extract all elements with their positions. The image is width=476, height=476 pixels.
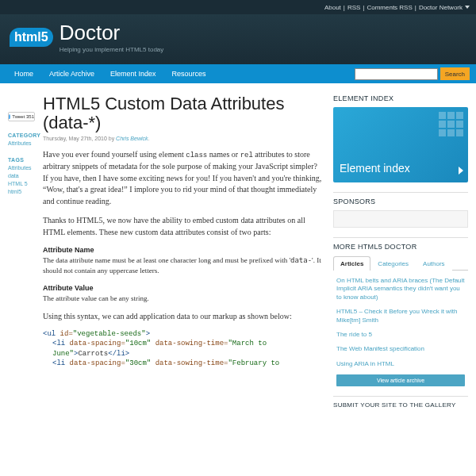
article-paragraph: Using this syntax, we can add applicatio… [43,311,324,323]
sidebar-article-link[interactable]: Using ARIA in HTML [336,360,465,368]
tab-articles[interactable]: Articles [333,256,370,271]
inline-code: data- [290,256,312,264]
site-tagline: Helping you implement HTML5 today [60,46,164,53]
topbar-link-doctor-network[interactable]: Doctor Network [419,4,463,11]
tag-link[interactable]: data [8,173,36,178]
category-link[interactable]: Attributes [8,140,36,146]
tag-link[interactable]: html5 [8,189,36,194]
code-block: <ul id="vegetable-seeds"> <li data-spaci… [43,329,324,369]
sidebar-article-link[interactable]: On HTML belts and ARIA braces (The Defau… [336,277,465,301]
sidebar: ELEMENT INDEX Element index SPONSORS MOR… [333,94,468,409]
article-title: HTML5 Custom Data Attributes (data-*) [43,94,324,132]
article-paragraph: Have you ever found yourself using eleme… [43,149,324,207]
element-index-label: Element index [340,162,410,175]
category-heading: CATEGORY [8,132,36,138]
article-meta: Thursday, May 27th, 2010 by Chris Bewick… [43,136,324,141]
nav-article-archive[interactable]: Article Archive [41,70,102,78]
sidebar-article-link[interactable]: The Web Manifest specification [336,345,465,353]
article-content: HTML5 Custom Data Attributes (data-*) Th… [36,94,333,409]
sidebar-article-link[interactable]: HTML5 – Check it Before you Wreck it wit… [336,308,465,324]
logo-badge: html5 [10,28,53,47]
site-header: html5 Doctor Helping you implement HTML5… [0,14,476,64]
search-button[interactable]: Search [440,67,470,80]
tweet-label: Tweet [12,114,25,119]
topbar-link-comments-rss[interactable]: Comments RSS [367,4,412,11]
inline-code: rel [240,152,253,159]
inline-code: class [186,152,207,159]
top-bar: About| RSS| Comments RSS| Doctor Network [0,0,476,14]
twitter-bird-icon [9,114,10,119]
attr-name-heading: Attribute Name [43,246,324,254]
tab-categories[interactable]: Categories [370,256,416,271]
left-rail: Tweet 351 CATEGORY Attributes TAGS Attri… [8,94,36,409]
chevron-down-icon [465,6,470,9]
sponsor-box [333,210,468,228]
arrow-right-icon [459,167,463,175]
article-paragraph: The data attribute name must be at least… [43,255,324,275]
sidebar-heading-gallery: SUBMIT YOUR SITE TO THE GALLERY [333,396,468,409]
site-brand: Doctor [60,21,164,45]
tab-authors[interactable]: Authors [416,256,452,271]
sidebar-heading-sponsors: SPONSORS [333,192,468,205]
nav-resources[interactable]: Resources [164,70,214,78]
tweet-count: 351 [26,114,34,119]
nav-home[interactable]: Home [6,70,41,78]
tag-link[interactable]: Attributes [8,165,36,171]
tag-link[interactable]: HTML 5 [8,181,36,186]
tweet-button[interactable]: Tweet 351 [8,112,35,121]
topbar-link-rss[interactable]: RSS [347,4,360,11]
search-form: Search [355,67,470,80]
sidebar-article-list: On HTML belts and ARIA braces (The Defau… [333,271,468,368]
author-link[interactable]: Chris Bewick [116,136,148,141]
topbar-link-about[interactable]: About [324,4,341,11]
tags-heading: TAGS [8,157,36,163]
view-archive-button[interactable]: View article archive [336,374,465,386]
sidebar-heading-element-index: ELEMENT INDEX [333,94,468,102]
grid-icon [439,112,463,136]
article-paragraph: Thanks to HTML5, we now have the ability… [43,215,324,238]
sidebar-heading-more: MORE HTML5 DOCTOR [333,237,468,251]
article-paragraph: The attribute value can be any string. [43,294,324,304]
element-index-card[interactable]: Element index [333,107,468,182]
attr-value-heading: Attribute Value [43,284,324,292]
nav-element-index[interactable]: Element Index [102,70,164,78]
sidebar-tabs: Articles Categories Authors [333,255,468,271]
sidebar-article-link[interactable]: The ride to 5 [336,331,465,339]
search-input[interactable] [355,68,438,80]
main-nav: Home Article Archive Element Index Resou… [0,64,476,83]
